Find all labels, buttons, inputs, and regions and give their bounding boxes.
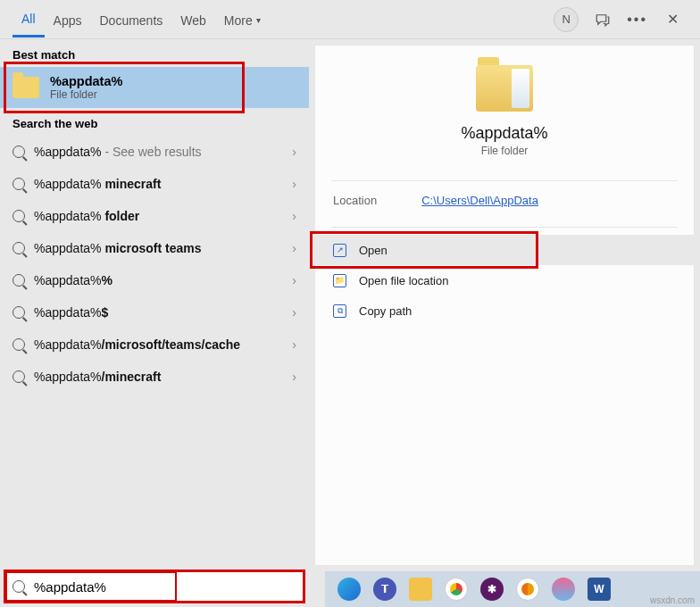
taskbar-icon-explorer[interactable]: [409, 578, 432, 601]
taskbar-icon-chrome[interactable]: [445, 578, 468, 601]
copy-icon: ⧉: [333, 304, 346, 318]
tabs-row: All Apps Documents Web More▾ N ••• ✕: [0, 0, 700, 39]
action-open-label: Open: [359, 244, 388, 257]
taskbar-icon-paint[interactable]: [552, 578, 575, 601]
chevron-right-icon: ›: [292, 337, 296, 352]
web-result[interactable]: %appdata%$›: [0, 296, 309, 328]
search-icon: [12, 306, 25, 319]
location-link[interactable]: C:\Users\Dell\AppData: [421, 194, 538, 207]
divider: [331, 227, 678, 228]
web-result[interactable]: %appdata%%›: [0, 264, 309, 296]
search-icon: [12, 370, 25, 383]
feedback-icon[interactable]: [595, 12, 611, 28]
action-open-file-location-label: Open file location: [359, 274, 448, 287]
taskbar-icon-edge[interactable]: [338, 578, 361, 601]
open-icon: ↗: [333, 244, 346, 257]
tab-web[interactable]: Web: [171, 3, 215, 37]
section-search-web: Search the web: [0, 108, 309, 136]
search-icon: [12, 338, 25, 351]
web-result[interactable]: %appdata% - See web results›: [0, 136, 309, 168]
action-open-file-location[interactable]: 📁 Open file location: [315, 265, 694, 295]
location-label: Location: [333, 194, 377, 207]
section-best-match: Best match: [0, 39, 309, 67]
action-open[interactable]: ↗ Open: [315, 235, 694, 265]
chevron-right-icon: ›: [292, 273, 296, 287]
user-avatar[interactable]: N: [554, 7, 579, 32]
taskbar-icon-chrome-canary[interactable]: [516, 578, 539, 601]
taskbar-icon-slack[interactable]: ✱: [480, 578, 504, 601]
tab-more[interactable]: More▾: [215, 3, 270, 37]
chevron-right-icon: ›: [292, 209, 296, 223]
search-bar[interactable]: [4, 570, 305, 603]
chevron-right-icon: ›: [292, 177, 296, 191]
taskbar-icon-word[interactable]: W: [588, 578, 611, 601]
tab-apps[interactable]: Apps: [45, 3, 91, 37]
watermark: wsxdn.com: [650, 595, 695, 605]
web-result[interactable]: %appdata%/microsoft/teams/cache›: [0, 328, 309, 361]
search-icon: [12, 210, 25, 222]
web-result[interactable]: %appdata% microsoft teams›: [0, 232, 309, 264]
folder-icon: [12, 77, 39, 98]
more-options-icon[interactable]: •••: [627, 12, 647, 28]
chevron-right-icon: ›: [292, 370, 296, 384]
best-match-title: %appdata%: [50, 74, 122, 88]
chevron-right-icon: ›: [292, 305, 296, 320]
search-icon: [12, 146, 25, 158]
search-icon: [12, 242, 25, 254]
tab-documents[interactable]: Documents: [90, 3, 171, 37]
web-result[interactable]: %appdata%/minecraft›: [0, 361, 309, 393]
close-icon[interactable]: ✕: [663, 7, 682, 31]
folder-icon-large: [476, 65, 533, 112]
preview-pane: %appdata% File folder Location C:\Users\…: [314, 45, 695, 566]
search-icon: [12, 178, 25, 190]
chevron-down-icon: ▾: [256, 15, 261, 25]
results-pane: Best match %appdata% File folder Search …: [0, 39, 309, 571]
search-input[interactable]: [34, 579, 296, 595]
preview-title: %appdata%: [461, 124, 547, 143]
web-result[interactable]: %appdata% minecraft›: [0, 168, 309, 200]
action-copy-path-label: Copy path: [359, 304, 412, 318]
best-match-subtitle: File folder: [50, 88, 122, 101]
web-result[interactable]: %appdata% folder›: [0, 200, 309, 232]
chevron-right-icon: ›: [292, 241, 296, 255]
taskbar-icon-teams[interactable]: 𝗧: [373, 578, 396, 601]
taskbar: 𝗧 ✱ W: [325, 571, 700, 607]
preview-subtitle: File folder: [481, 145, 529, 157]
search-icon: [12, 274, 25, 287]
chevron-right-icon: ›: [292, 145, 296, 159]
folder-outline-icon: 📁: [333, 274, 346, 287]
search-icon: [12, 580, 25, 593]
best-match-result[interactable]: %appdata% File folder: [0, 67, 309, 108]
tab-all[interactable]: All: [12, 1, 45, 37]
action-copy-path[interactable]: ⧉ Copy path: [315, 295, 694, 326]
